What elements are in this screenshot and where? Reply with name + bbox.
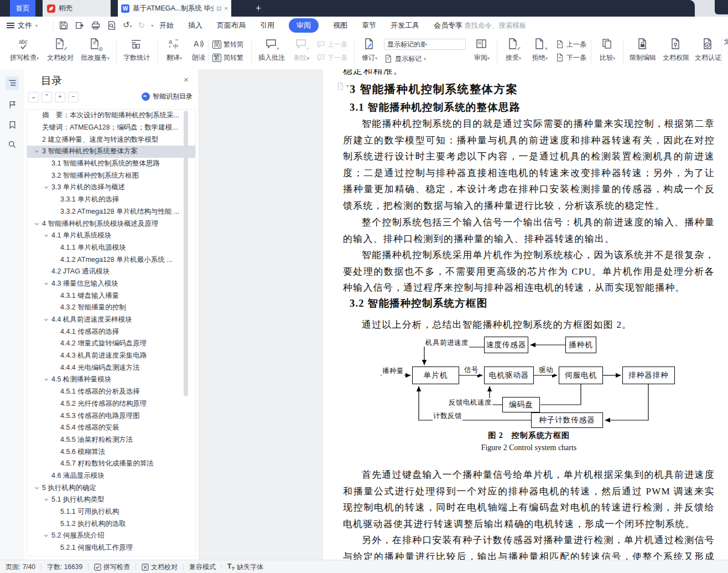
tab-start[interactable]: 开始 bbox=[159, 20, 174, 30]
insert-comment-button[interactable]: + 插入批注 bbox=[256, 37, 288, 63]
toc-item[interactable]: 4.5.2 光纤传感器的结构原理 bbox=[27, 398, 195, 410]
toc-scrollbar-thumb[interactable] bbox=[184, 111, 188, 396]
new-tab-button[interactable]: + bbox=[252, 2, 265, 15]
toc-item[interactable]: 4.6 液晶显示模块 bbox=[27, 470, 195, 482]
doc-proof-button[interactable]: a✓ 文档校对 bbox=[44, 37, 76, 63]
toc-pane-button[interactable] bbox=[6, 76, 19, 90]
toc-item[interactable]: 5.2.1 伺服电机工作原理 bbox=[27, 542, 195, 554]
traditional-to-simplified-button[interactable]: 简繁转简 bbox=[212, 39, 243, 50]
delete-comment-button[interactable]: × 删除▾ bbox=[290, 37, 313, 63]
toc-item[interactable]: 4.1 单片机系统模块 bbox=[27, 230, 195, 242]
command-search[interactable]: 查找命令、搜索模板 bbox=[454, 17, 527, 34]
print-preview-icon[interactable] bbox=[107, 20, 117, 30]
simplified-to-traditional-button[interactable]: 繁简转繁 bbox=[212, 52, 243, 63]
toc-item[interactable]: 4.4.4 光电编码盘测速方法 bbox=[27, 362, 195, 374]
file-menu-button[interactable]: 文件 ▾ bbox=[7, 17, 38, 34]
customize-toolbar-icon[interactable]: ▾ bbox=[151, 23, 153, 28]
toc-item[interactable]: 3.3.2 ATmega128 单片机结构与性能 ... bbox=[27, 206, 195, 218]
review-pane-button[interactable]: 审阅▾ bbox=[469, 37, 495, 63]
tab-section[interactable]: 章节 bbox=[362, 20, 376, 30]
toc-item[interactable]: 4.3.2 智能播量的控制 bbox=[27, 302, 195, 314]
toc-item[interactable]: 4 智能播种机控制系统模块概述及原理 bbox=[27, 218, 195, 230]
word-count-indicator[interactable]: 字数: 16639 bbox=[47, 562, 82, 572]
toc-item[interactable]: 4.4 机具前进速度采样模块 bbox=[27, 314, 195, 326]
tab-home[interactable]: 首页 bbox=[10, 0, 35, 17]
toc-item[interactable]: 4.4.2 增量式旋转编码盘原理 bbox=[27, 338, 195, 350]
toc-item[interactable]: 4.1.1 单片机电源模块 bbox=[27, 242, 195, 254]
toc-item[interactable]: 4.1.2 ATmega128 单片机最小系统 ... bbox=[27, 254, 195, 266]
toc-item[interactable]: 4.2 JTAG 通讯模块 bbox=[27, 266, 195, 278]
toc-item[interactable]: 3.3 单片机的选择与概述 bbox=[27, 182, 195, 194]
prev-comment-button[interactable]: 上一条 bbox=[316, 39, 347, 50]
spell-check-button[interactable]: abc 拼写检查▾ bbox=[7, 37, 42, 63]
toc-item[interactable]: 关键词：ATMEGA128；编码盘；数学建模... bbox=[27, 122, 195, 134]
track-changes-button[interactable]: 修订▾ bbox=[358, 37, 381, 63]
tab-document[interactable]: W 基于ATMEGA...制系统 毕业论文 ⊡ × bbox=[118, 0, 231, 17]
next-comment-button[interactable]: 下一条 bbox=[316, 52, 347, 63]
toc-item[interactable]: 2 建立播种量、速度与转速的数学模型 bbox=[27, 133, 195, 146]
redo-icon[interactable]: ↻ bbox=[138, 20, 145, 30]
doc-permission-button[interactable]: 文档权限 bbox=[661, 37, 691, 63]
save-icon[interactable] bbox=[59, 20, 69, 30]
tab-review[interactable]: 审阅 bbox=[289, 18, 319, 33]
toc-item[interactable]: 4.5.3 传感器的电路原理图 bbox=[27, 410, 195, 422]
read-aloud-button[interactable]: A 朗读 bbox=[188, 37, 209, 63]
tab-docer[interactable]: 稻壳 bbox=[43, 0, 111, 17]
word-count-button[interactable]: 字数统计 bbox=[121, 37, 153, 63]
prev-change-button[interactable]: 上一条 bbox=[555, 39, 586, 50]
toc-item[interactable]: 4.4.1 传感器的选择 bbox=[27, 326, 195, 338]
expand-all-button[interactable]: ⌄ bbox=[28, 92, 39, 102]
collapse-all-button[interactable]: ⌃ bbox=[41, 92, 52, 102]
next-change-button[interactable]: 下一条 bbox=[555, 52, 586, 63]
accept-change-button[interactable]: ✓ 接受▾ bbox=[501, 37, 526, 63]
document-page[interactable]: ▾ 稳定和精准。 3 智能播种机控制系统整体方案 3.1 智能播种机控制系统的整… bbox=[323, 69, 728, 560]
doc-proof-status[interactable]: 文档校对 bbox=[142, 562, 178, 572]
toc-item[interactable]: 摘 要：本次设计的智能播种机控制系统采... bbox=[27, 110, 195, 122]
toc-item[interactable]: 5 执行机构的确定 bbox=[27, 482, 195, 494]
toc-item[interactable]: 5.1 执行机构类型 bbox=[27, 494, 195, 506]
tab-references[interactable]: 引用 bbox=[260, 20, 274, 30]
close-tab-icon[interactable]: × bbox=[225, 5, 228, 12]
toc-item[interactable]: 3.2 智能播种控制系统方框图 bbox=[27, 169, 195, 182]
grading-service-button[interactable]: ◎ 批改服务▾ bbox=[77, 37, 113, 63]
tab-view[interactable]: 视图 bbox=[333, 20, 347, 30]
compare-button[interactable]: 比较▾ bbox=[595, 37, 620, 63]
toc-item[interactable]: 4.3 播量信息输入模块 bbox=[27, 278, 195, 290]
zoom-in-button[interactable]: + bbox=[55, 92, 65, 102]
toc-item[interactable]: 5.1.2 执行机构的选取 bbox=[27, 518, 195, 530]
smart-toc-button[interactable]: 智能识别目录 bbox=[142, 92, 193, 101]
review-flag-button[interactable] bbox=[6, 98, 19, 111]
toc-item[interactable]: 3.1 智能播种机控制系统的整体思路 bbox=[27, 158, 195, 170]
toc-item[interactable]: 3 智能播种机控制系统整体方案 bbox=[27, 146, 195, 158]
display-for-review-dropdown[interactable]: 显示标记的最终状态▾ bbox=[384, 39, 466, 50]
undo-icon[interactable]: ↺▾ bbox=[123, 20, 132, 32]
doc-certify-button[interactable]: 文档认证 bbox=[693, 37, 724, 63]
toc-item[interactable]: 4.3.1 键盘输入播量 bbox=[27, 290, 195, 302]
tab-dev-tools[interactable]: 开发工具 bbox=[391, 20, 419, 30]
toc-item[interactable]: 4.5.5 油菜籽粒检测方法 bbox=[27, 434, 195, 446]
clipped-ribbon-item[interactable]: 文 bbox=[724, 37, 728, 47]
toc-item[interactable]: 5.2 伺服系统介绍 bbox=[27, 530, 195, 542]
tab-page-layout[interactable]: 页面布局 bbox=[217, 20, 246, 30]
show-markup-button[interactable]: 显示标记▾ bbox=[384, 53, 466, 64]
toc-item[interactable]: 4.5.1 传感器的分析及选择 bbox=[27, 386, 195, 398]
toc-item[interactable]: 4.5.7 籽粒数转化成播量的算法 bbox=[27, 458, 195, 470]
missing-font-warning[interactable]: T? 缺失字体 bbox=[227, 562, 263, 572]
reject-change-button[interactable]: × 拒绝▾ bbox=[528, 37, 552, 63]
spell-check-status[interactable]: 拼写检查 bbox=[94, 562, 130, 572]
compatibility-mode-badge[interactable]: 兼容模式 bbox=[189, 562, 216, 572]
tab-insert[interactable]: 插入 bbox=[188, 20, 202, 30]
toc-item[interactable]: 4.4.3 机具前进速度采集电路 bbox=[27, 350, 195, 362]
page-indicator[interactable]: 页面: 7/40 bbox=[6, 562, 35, 572]
export-icon[interactable] bbox=[75, 20, 85, 30]
present-icon[interactable]: ⊡ bbox=[216, 5, 221, 12]
toc-item[interactable]: 3.3.1 单片机的选择 bbox=[27, 194, 195, 206]
restrict-editing-button[interactable]: 限制编辑 bbox=[627, 37, 658, 63]
toc-item[interactable]: 4.5.4 传感器的安装 bbox=[27, 422, 195, 434]
toc-item[interactable]: 5.1.1 可用执行机构 bbox=[27, 506, 195, 518]
toc-item[interactable]: 4.5 检测播种量模块 bbox=[27, 374, 195, 386]
bookmark-pane-button[interactable] bbox=[6, 118, 19, 131]
toc-item[interactable]: 4.5.6 模糊算法 bbox=[27, 446, 195, 458]
translate-button[interactable]: a中 翻译▾ bbox=[162, 37, 187, 63]
paragraph-nav-widget[interactable]: ▾ bbox=[336, 81, 349, 91]
